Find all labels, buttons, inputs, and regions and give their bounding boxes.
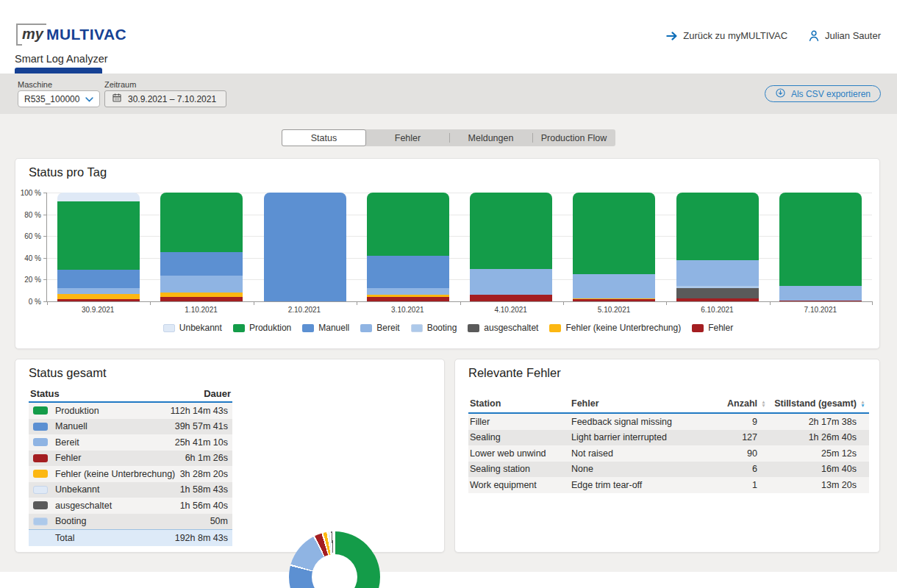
view-tab-status[interactable]: Status xyxy=(282,129,366,146)
view-tab-fehler[interactable]: Fehler xyxy=(366,129,449,146)
calendar-icon xyxy=(112,93,122,105)
bar-segment-produktion xyxy=(367,193,449,256)
status-gesamt-table: Status Dauer Produktion112h 14m 43sManue… xyxy=(29,387,232,546)
status-duration: 3h 28m 20s xyxy=(180,469,228,479)
error-station: Work equipment xyxy=(468,480,571,490)
user-menu[interactable]: Julian Sauter xyxy=(808,29,881,42)
status-duration: 1h 56m 40s xyxy=(180,501,228,511)
legend-item-produktion[interactable]: Produktion xyxy=(233,323,291,333)
legend-label: Booting xyxy=(427,323,457,333)
status-duration: 112h 14m 43s xyxy=(171,406,228,416)
dauer-col-header: Dauer xyxy=(204,388,231,399)
header-actions: Zurück zu myMULTIVAC Julian Sauter xyxy=(666,29,881,42)
status-label: Manuell xyxy=(55,421,175,431)
bar-segment-bereit xyxy=(470,269,552,295)
sort-icon-anzahl[interactable]: ▲▼ xyxy=(761,400,765,407)
bar-segment-ausgeschaltet xyxy=(676,288,759,298)
app-header: my MULTIVAC Zurück zu myMULTIVAC Julian … xyxy=(0,0,897,74)
view-tab-meldungen[interactable]: Meldungen xyxy=(449,129,532,146)
sort-down-caret: ▼ xyxy=(761,404,765,407)
bar-slot xyxy=(460,193,562,301)
machine-label: Maschine xyxy=(18,80,52,89)
x-axis-label: 2.10.2021 xyxy=(253,306,356,314)
period-datepicker[interactable]: 30.9.2021 – 7.10.2021 xyxy=(104,90,226,107)
legend-item-fehler-keine-unterbrechung-[interactable]: Fehler (keine Unterbrechung) xyxy=(549,323,681,333)
active-tab-underline xyxy=(15,68,102,74)
error-downtime: 2h 17m 38s xyxy=(770,417,857,427)
bar-slot xyxy=(769,193,872,301)
error-row-sealing: SealingLight barrier interrupted1271h 26… xyxy=(468,430,869,446)
legend-item-manuell[interactable]: Manuell xyxy=(302,323,349,333)
bar-segment-bereit xyxy=(676,260,759,287)
status-row-fehler: Fehler6h 1m 26s xyxy=(29,451,232,467)
error-station: Sealing station xyxy=(468,464,571,474)
x-axis-label: 7.10.2021 xyxy=(769,306,872,314)
logo-brand-text: MULTIVAC xyxy=(46,26,126,45)
status-pro-tag-card: Status pro Tag 0 %20 %40 %60 %80 %100 % … xyxy=(15,158,880,349)
stacked-bar-3.10.2021 xyxy=(367,193,449,301)
machine-select[interactable]: R535_100000 xyxy=(18,90,100,107)
back-to-mymultivac-link[interactable]: Zurück zu myMULTIVAC xyxy=(666,30,787,41)
errors-col-header-stillstand-gesamt-[interactable]: Stillstand (gesamt) xyxy=(770,398,857,409)
bar-segment-manuell xyxy=(160,252,243,275)
bar-segment-bereit xyxy=(779,286,862,300)
bars-container xyxy=(47,193,872,301)
errors-col-header-anzahl[interactable]: Anzahl xyxy=(711,398,757,409)
total-label: Total xyxy=(33,533,175,543)
error-description: Feedback signal missing xyxy=(571,417,711,427)
legend-item-ausgeschaltet[interactable]: ausgeschaltet xyxy=(468,323,538,333)
error-downtime: 13m 20s xyxy=(770,480,857,490)
legend-label: Manuell xyxy=(318,323,349,333)
bar-segment-bereit xyxy=(573,274,655,298)
error-count: 127 xyxy=(711,432,757,442)
status-duration: 50m xyxy=(210,516,228,526)
legend-item-bereit[interactable]: Bereit xyxy=(360,323,399,333)
errors-table-body: FillerFeedback signal missing92h 17m 38s… xyxy=(468,414,869,493)
tab-smart-log-analyzer[interactable]: Smart Log Analyzer xyxy=(15,53,108,65)
status-label: Unbekannt xyxy=(55,484,180,495)
status-label: Fehler xyxy=(55,453,185,463)
sort-icon-stillstand-gesamt-[interactable]: ▲▼ xyxy=(860,400,865,407)
y-axis-label: 20 % xyxy=(16,276,41,284)
legend-item-booting[interactable]: Booting xyxy=(411,323,457,333)
logo-my-text: my xyxy=(16,24,46,45)
stacked-bar-2.10.2021 xyxy=(264,193,346,301)
stacked-bar-6.10.2021 xyxy=(676,193,759,301)
chevron-down-icon xyxy=(85,94,93,104)
x-axis-tick xyxy=(460,301,461,305)
bar-slot xyxy=(150,193,253,301)
download-icon xyxy=(775,87,786,101)
export-csv-button[interactable]: Als CSV exportieren xyxy=(765,85,881,102)
machine-select-value: R535_100000 xyxy=(24,94,85,104)
status-total-row: Total 192h 8m 43s xyxy=(29,529,232,546)
status-duration: 39h 57m 41s xyxy=(175,421,228,431)
sort-down-caret: ▼ xyxy=(860,404,865,407)
view-tab-production-flow[interactable]: Production Flow xyxy=(532,129,615,146)
errors-col-header-station: Station xyxy=(468,398,571,409)
error-station: Lower web unwind xyxy=(468,448,571,459)
status-swatch xyxy=(33,517,48,526)
legend-item-fehler[interactable]: Fehler xyxy=(692,323,733,333)
legend-item-unbekannt[interactable]: Unbekannt xyxy=(163,323,222,333)
bar-segment-bereit xyxy=(57,288,140,293)
error-description: Edge trim tear-off xyxy=(571,480,711,490)
bar-segment-manuell xyxy=(367,256,449,288)
y-axis-label: 80 % xyxy=(16,211,41,219)
error-row-lower-web-unwind: Lower web unwindNot raised9025m 12s xyxy=(468,445,869,462)
stacked-bar-30.9.2021 xyxy=(57,193,140,301)
error-count: 6 xyxy=(711,464,757,474)
arrow-right-icon xyxy=(666,31,678,41)
donut-hole xyxy=(312,554,357,588)
y-axis-label: 0 % xyxy=(16,298,41,306)
app-root: my MULTIVAC Zurück zu myMULTIVAC Julian … xyxy=(0,0,897,588)
bar-segment-manuell xyxy=(57,270,140,288)
back-link-label: Zurück zu myMULTIVAC xyxy=(683,30,787,41)
status-row-bereit: Bereit25h 41m 10s xyxy=(29,434,232,451)
bar-segment-unbekannt xyxy=(57,193,140,201)
stacked-bar-1.10.2021 xyxy=(160,193,243,301)
x-axis-label: 5.10.2021 xyxy=(562,306,665,314)
bar-segment-produktion xyxy=(470,193,552,269)
sort-icon-slot: ▲▼ xyxy=(757,400,770,407)
bar-segment-fehler xyxy=(470,295,552,301)
y-axis-label: 100 % xyxy=(16,189,41,197)
